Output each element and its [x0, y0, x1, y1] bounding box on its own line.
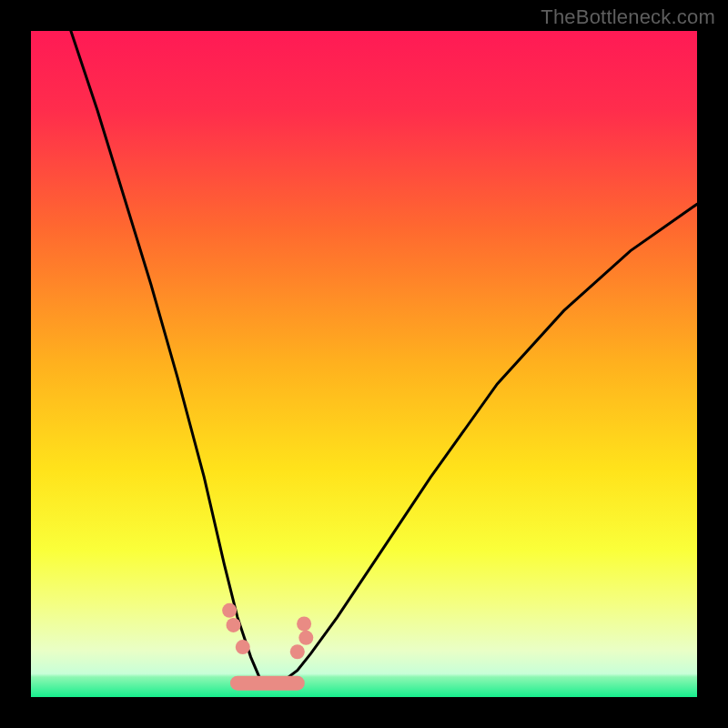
svg-point-3 [236, 640, 250, 654]
svg-point-2 [227, 618, 241, 632]
svg-point-5 [298, 631, 313, 645]
watermark-text: TheBottleneck.com [541, 5, 715, 29]
svg-point-1 [222, 603, 237, 618]
svg-point-4 [290, 644, 305, 659]
svg-point-6 [297, 616, 311, 631]
chart-svg [31, 31, 697, 697]
gradient-background [31, 31, 697, 697]
plot-area [31, 31, 697, 697]
chart-frame: TheBottleneck.com [0, 0, 728, 728]
